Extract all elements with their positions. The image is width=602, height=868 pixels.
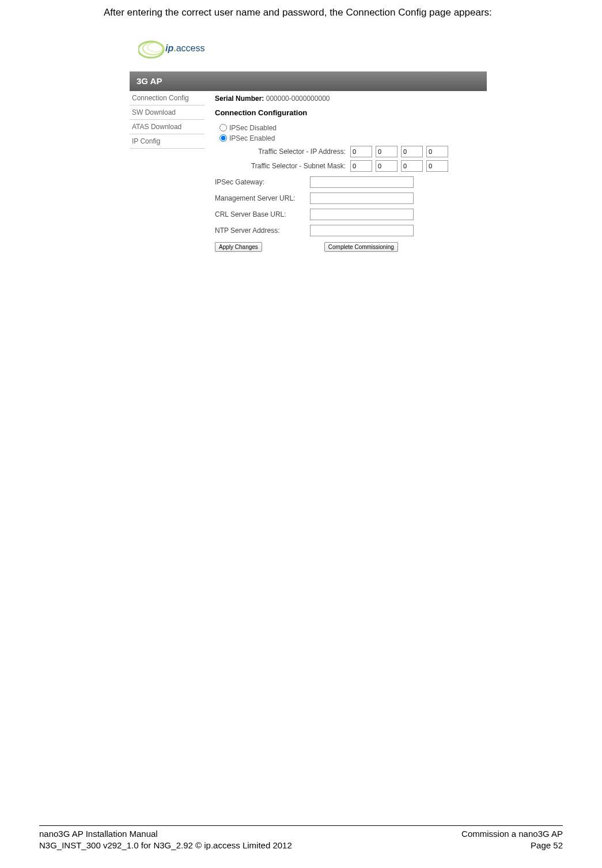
ntp-input[interactable] <box>310 225 414 236</box>
logo-text: ip.access <box>165 43 205 54</box>
traffic-mask-label: Traffic Selector - Subnet Mask: <box>238 162 350 170</box>
footer-right-line1: Commission a nano3G AP <box>461 828 563 840</box>
footer-right: Commission a nano3G AP Page 52 <box>461 828 563 851</box>
sidebar: Connection Config SW Download ATAS Downl… <box>130 91 205 261</box>
mgmt-url-input[interactable] <box>310 193 414 204</box>
ipsec-gateway-input[interactable] <box>310 176 414 188</box>
footer-left-line1: nano3G AP Installation Manual <box>39 828 292 840</box>
footer-left: nano3G AP Installation Manual N3G_INST_3… <box>39 828 292 851</box>
mgmt-url-row: Management Server URL: <box>215 193 481 204</box>
mgmt-url-label: Management Server URL: <box>215 194 310 202</box>
page-footer: nano3G AP Installation Manual N3G_INST_3… <box>39 825 563 851</box>
traffic-mask-octet-3[interactable] <box>401 160 423 172</box>
traffic-mask-octet-4[interactable] <box>426 160 448 172</box>
traffic-mask-octet-2[interactable] <box>376 160 397 172</box>
traffic-ip-octet-3[interactable] <box>401 146 423 157</box>
ntp-row: NTP Server Address: <box>215 225 481 236</box>
apply-changes-button[interactable]: Apply Changes <box>215 242 262 252</box>
ipsec-enabled-radio[interactable] <box>219 134 227 142</box>
ntp-label: NTP Server Address: <box>215 227 310 235</box>
traffic-ip-label: Traffic Selector - IP Address: <box>238 148 350 156</box>
footer-left-line2: N3G_INST_300 v292_1.0 for N3G_2.92 © ip.… <box>39 840 292 851</box>
logo-area: ip.access <box>130 31 487 71</box>
traffic-selector-block: Traffic Selector - IP Address: Traffic S… <box>238 146 481 172</box>
svg-point-2 <box>147 43 164 52</box>
traffic-mask-row: Traffic Selector - Subnet Mask: <box>238 160 481 172</box>
config-screenshot: ip.access 3G AP Connection Config SW Dow… <box>130 31 487 261</box>
crl-url-label: CRL Server Base URL: <box>215 210 310 218</box>
logo-access: access <box>176 43 205 53</box>
complete-commissioning-button[interactable]: Complete Commissioning <box>324 242 398 252</box>
lower-fields: IPSec Gateway: Management Server URL: CR… <box>215 176 481 236</box>
serial-value-text: 000000-0000000000 <box>266 95 330 103</box>
button-spacer <box>262 242 324 252</box>
traffic-ip-octet-2[interactable] <box>376 146 397 157</box>
serial-row: Serial Number: 000000-0000000000 <box>215 95 481 103</box>
intro-text: After entering the correct user name and… <box>104 6 567 20</box>
ipsec-enabled-row: IPSec Enabled <box>219 134 481 142</box>
traffic-mask-octet-1[interactable] <box>350 160 372 172</box>
title-bar: 3G AP <box>130 71 487 91</box>
ipsec-enabled-label: IPSec Enabled <box>229 134 275 142</box>
ipsec-gateway-row: IPSec Gateway: <box>215 176 481 188</box>
sidebar-item-sw-download[interactable]: SW Download <box>130 105 205 120</box>
serial-label: Serial Number: <box>215 95 264 103</box>
button-row: Apply Changes Complete Commissioning <box>215 242 481 252</box>
ipsec-disabled-label: IPSec Disabled <box>229 124 277 132</box>
ipsec-gateway-label: IPSec Gateway: <box>215 178 310 186</box>
ipsec-disabled-row: IPSec Disabled <box>219 124 481 132</box>
crl-url-input[interactable] <box>310 209 414 220</box>
sidebar-item-ip-config[interactable]: IP Config <box>130 134 205 149</box>
traffic-ip-octet-1[interactable] <box>350 146 372 157</box>
ipsec-disabled-radio[interactable] <box>219 124 227 131</box>
crl-url-row: CRL Server Base URL: <box>215 209 481 220</box>
footer-right-line2: Page 52 <box>461 840 563 851</box>
traffic-ip-row: Traffic Selector - IP Address: <box>238 146 481 157</box>
sidebar-item-atas-download[interactable]: ATAS Download <box>130 120 205 134</box>
sidebar-item-connection-config[interactable]: Connection Config <box>130 91 205 105</box>
logo-swirl-icon <box>138 37 170 60</box>
traffic-ip-octet-4[interactable] <box>426 146 448 157</box>
section-heading: Connection Configuration <box>215 108 481 117</box>
content-panel: Serial Number: 000000-0000000000 Connect… <box>205 91 487 261</box>
